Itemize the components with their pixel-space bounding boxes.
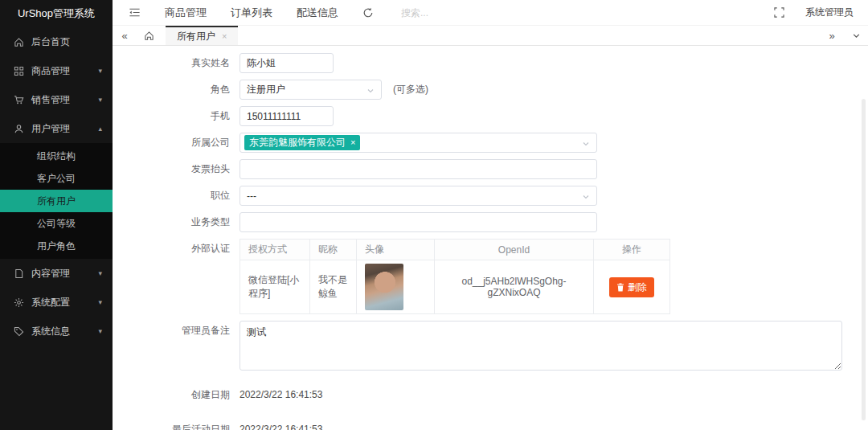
field-business-type: 业务类型 (113, 212, 868, 232)
field-invoice-title: 发票抬头 (113, 159, 868, 179)
refresh-icon[interactable] (362, 7, 374, 18)
business-type-input[interactable] (240, 212, 597, 232)
topnav-link-delivery[interactable]: 配送信息 (297, 6, 338, 20)
position-select[interactable]: --- (240, 186, 597, 206)
tabbar: « 所有用户 × » (113, 26, 868, 46)
company-select[interactable]: 东莞韵魅服饰有限公司 × (240, 133, 597, 153)
phone-input[interactable] (240, 106, 334, 126)
sidebar-subitem-user-roles[interactable]: 用户角色 (0, 235, 113, 257)
home-tab-icon[interactable] (137, 26, 161, 45)
fullscreen-icon[interactable] (774, 7, 784, 18)
chevron-up-icon: ▴ (98, 125, 102, 133)
home-icon (13, 36, 24, 47)
tag-close-icon[interactable]: × (350, 138, 355, 147)
sidebar-subitem-org-structure[interactable]: 组织结构 (0, 145, 113, 167)
collapse-tabs-icon[interactable]: « (113, 26, 137, 45)
invoice-title-input[interactable] (240, 159, 597, 179)
actions-cell: 删除 (594, 260, 670, 314)
topnav-link-products[interactable]: 商品管理 (165, 6, 207, 20)
avatar (365, 264, 403, 310)
admin-user-label[interactable]: 系统管理员 (805, 6, 854, 19)
sidebar-item-sales[interactable]: 销售管理 ▾ (0, 85, 113, 114)
company-tag-label: 东莞韵魅服饰有限公司 (249, 136, 346, 149)
table-header-row: 授权方式 昵称 头像 OpenId 操作 (240, 240, 670, 260)
external-auth-table: 授权方式 昵称 头像 OpenId 操作 微信登陆[小程序] 我不是鲸鱼 (240, 239, 670, 314)
app-title: UrShop管理系统 (0, 0, 113, 27)
sidebar-subitem-company-level[interactable]: 公司等级 (0, 212, 113, 235)
field-label: 管理员备注 (113, 321, 240, 341)
main-area: 商品管理 订单列表 配送信息 系统管理员 « 所有用户 × (113, 0, 868, 430)
admin-note-textarea[interactable]: 测试 (240, 321, 842, 371)
field-label: 职位 (113, 186, 240, 206)
position-select-value: --- (247, 190, 256, 202)
real-name-input[interactable] (240, 53, 334, 73)
field-label: 发票抬头 (113, 159, 240, 179)
tabs-overflow-icon[interactable]: » (820, 30, 844, 42)
sidebar-item-content[interactable]: 内容管理 ▾ (0, 259, 113, 288)
sidebar-item-system-info[interactable]: 系统信息 ▾ (0, 317, 113, 346)
field-admin-note: 管理员备注 测试 (113, 321, 868, 371)
field-label: 最后活动日期 (113, 420, 240, 430)
sidebar-item-label: 商品管理 (31, 64, 70, 78)
delete-button-label: 删除 (628, 281, 647, 294)
field-company: 所属公司 东莞韵魅服饰有限公司 × (113, 133, 868, 153)
user-detail-form: 真实姓名 角色 注册用户 (可多选) 手机 所属公司 (113, 46, 868, 430)
tag-icon (13, 326, 24, 337)
last-active-date-value: 2022/3/22 16:41:53 (240, 420, 322, 430)
vertical-scrollbar[interactable] (862, 99, 866, 420)
company-tag: 东莞韵魅服饰有限公司 × (244, 135, 360, 150)
sidebar: UrShop管理系统 后台首页 商品管理 ▾ 销售管理 ▾ 用户管 (0, 0, 113, 430)
field-label: 所属公司 (113, 133, 240, 153)
topnav-link-orders[interactable]: 订单列表 (231, 6, 272, 20)
chevron-down-icon (582, 193, 590, 201)
users-submenu: 组织结构 客户公司 所有用户 公司等级 用户角色 (0, 143, 113, 259)
cart-icon (13, 94, 24, 105)
app-root: UrShop管理系统 后台首页 商品管理 ▾ 销售管理 ▾ 用户管 (0, 0, 868, 430)
chevron-down-icon (366, 87, 375, 95)
field-phone: 手机 (113, 106, 868, 126)
sidebar-item-system-config[interactable]: 系统配置 ▾ (0, 288, 113, 317)
role-select[interactable]: 注册用户 (240, 80, 382, 100)
chevron-down-icon (582, 140, 590, 148)
chevron-down-icon: ▾ (98, 96, 102, 104)
tabs-menu-chevron-icon[interactable] (844, 31, 868, 40)
chevron-down-icon: ▾ (98, 298, 102, 306)
document-icon (13, 268, 24, 279)
sidebar-item-label: 后台首页 (31, 35, 70, 49)
tabbar-right: » (820, 26, 868, 45)
gear-icon (13, 297, 24, 308)
trash-icon (616, 283, 624, 292)
search-input[interactable] (401, 7, 514, 18)
sidebar-subitem-customer-company[interactable]: 客户公司 (0, 167, 113, 190)
field-label: 外部认证 (113, 239, 240, 259)
chevron-down-icon: ▾ (98, 67, 102, 75)
field-role: 角色 注册用户 (可多选) (113, 80, 868, 100)
openid-cell: od__j5AHb2lWHSgOhg-gZXNixOAQ (435, 260, 594, 314)
field-created-date: 创建日期 2022/3/22 16:41:53 (113, 385, 868, 405)
field-label: 真实姓名 (113, 53, 240, 73)
chevron-down-icon: ▾ (98, 327, 102, 335)
field-position: 职位 --- (113, 186, 868, 206)
delete-auth-button[interactable]: 删除 (609, 277, 654, 297)
field-last-active-date: 最后活动日期 2022/3/22 16:41:53 (113, 420, 868, 430)
sidebar-item-dashboard[interactable]: 后台首页 (0, 27, 113, 56)
tab-all-users[interactable]: 所有用户 × (166, 26, 238, 45)
sidebar-subitem-all-users[interactable]: 所有用户 (0, 190, 113, 212)
col-auth-method: 授权方式 (240, 240, 310, 260)
sidebar-item-label: 内容管理 (31, 267, 70, 281)
sidebar-item-products[interactable]: 商品管理 ▾ (0, 56, 113, 85)
field-label: 业务类型 (113, 212, 240, 232)
sidebar-item-users[interactable]: 用户管理 ▴ (0, 114, 113, 143)
table-row: 微信登陆[小程序] 我不是鲸鱼 od__j5AHb2lWHSgOhg-gZXNi… (240, 260, 670, 314)
topbar-right: 系统管理员 (774, 6, 854, 19)
sidebar-item-label: 销售管理 (31, 93, 70, 107)
field-label: 角色 (113, 80, 240, 100)
created-date-value: 2022/3/22 16:41:53 (240, 385, 322, 405)
chevron-down-icon: ▾ (98, 269, 102, 277)
tab-close-icon[interactable]: × (222, 31, 227, 41)
field-external-auth: 外部认证 授权方式 昵称 头像 OpenId 操作 微信登陆[小程序] (113, 239, 868, 314)
topbar: 商品管理 订单列表 配送信息 系统管理员 (113, 0, 868, 26)
col-avatar: 头像 (357, 240, 435, 260)
menu-fold-icon[interactable] (129, 6, 141, 18)
avatar-cell (357, 260, 435, 314)
